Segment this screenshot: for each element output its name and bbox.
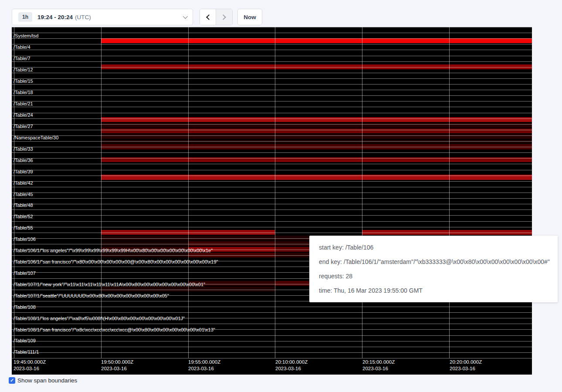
x-axis-date: 2023-03-16 <box>188 365 220 372</box>
key-visualizer-canvas[interactable]: /System/tsd/Table/4/Table/7/Table/12/Tab… <box>12 27 532 375</box>
span-boundary-line <box>12 193 532 193</box>
time-gridline <box>449 27 450 358</box>
checkmark-icon: ✓ <box>10 377 14 384</box>
span-boundary-line <box>12 130 532 130</box>
span-boundary-line <box>12 141 532 142</box>
span-boundary-line <box>12 33 532 33</box>
span-boundary-line <box>12 198 532 199</box>
x-axis-label: 19:55:00.000Z2023-03-16 <box>188 359 220 372</box>
span-boundary-line <box>12 61 532 62</box>
row-label: /Table/21 <box>14 101 33 106</box>
row-label: /System/tsd <box>14 34 38 38</box>
row-label: /NamespaceTable/30 <box>14 135 58 140</box>
x-axis-label: 19:45:00.000Z2023-03-16 <box>14 359 46 372</box>
span-boundary-line <box>12 215 532 216</box>
span-boundary-line <box>12 204 532 204</box>
tooltip-start-key: start key: /Table/106 <box>319 243 548 251</box>
span-boundary-line <box>12 84 532 84</box>
show-span-boundaries-label[interactable]: Show span boundaries <box>17 377 77 384</box>
time-gridline <box>188 27 189 358</box>
heat-band <box>101 38 532 43</box>
toolbar: 1h 19:24 - 20:24 (UTC) Now <box>0 0 562 27</box>
heat-band <box>101 140 532 144</box>
chevron-left-icon <box>206 14 212 20</box>
span-boundary-line <box>12 233 532 233</box>
x-axis-date: 2023-03-16 <box>450 365 482 372</box>
span-boundary-line <box>12 118 532 119</box>
span-boundary-line <box>12 358 532 358</box>
span-boundary-line <box>12 107 532 107</box>
hover-tooltip: start key: /Table/106 end key: /Table/10… <box>309 236 558 302</box>
row-label: /Table/24 <box>14 113 33 118</box>
x-axis-time: 20:15:00.000Z <box>362 359 395 365</box>
row-label: /Table/55 <box>14 226 33 230</box>
x-axis-label: 19:50:00.000Z2023-03-16 <box>101 359 133 372</box>
row-label: /Table/107/1/"new york"/"\x11\x11\x11\x1… <box>14 282 205 287</box>
tooltip-end-key: end key: /Table/106/1/"amsterdam"/"\xb33… <box>319 258 548 266</box>
row-label: /Table/42 <box>14 181 33 186</box>
span-boundary-line <box>12 307 532 307</box>
span-boundary-line <box>12 181 532 182</box>
time-nav-group <box>200 9 233 25</box>
span-boundary-line <box>12 347 532 347</box>
span-boundary-line <box>12 335 532 336</box>
x-axis-date: 2023-03-16 <box>14 365 46 372</box>
span-boundary-line <box>12 44 532 44</box>
time-range-selector[interactable]: 1h 19:24 - 20:24 (UTC) <box>12 9 193 25</box>
span-boundary-line <box>12 113 532 113</box>
heat-band <box>101 134 532 139</box>
x-axis-date: 2023-03-16 <box>362 365 395 372</box>
span-boundary-line <box>12 90 532 90</box>
x-axis-time: 19:55:00.000Z <box>188 359 220 365</box>
row-label: /Table/107 <box>14 271 36 276</box>
span-boundary-line <box>12 152 532 153</box>
x-axis-time: 20:20:00.000Z <box>450 359 482 365</box>
previous-interval-button[interactable] <box>200 9 216 25</box>
row-label: /Table/108 <box>14 305 36 310</box>
x-axis-label: 20:20:00.000Z2023-03-16 <box>450 359 482 372</box>
time-range-text: 19:24 - 20:24 <box>37 14 73 20</box>
time-gridline <box>101 27 102 358</box>
time-gridline <box>275 27 275 358</box>
next-interval-button[interactable] <box>216 9 232 25</box>
span-boundary-line <box>12 101 532 101</box>
span-boundary-line <box>12 312 532 313</box>
span-boundary-line <box>12 187 532 187</box>
span-boundary-line <box>12 135 532 136</box>
span-boundary-line <box>12 210 532 210</box>
row-label: /Table/45 <box>14 192 33 197</box>
span-boundary-line <box>12 341 532 341</box>
chevron-down-icon <box>183 14 188 19</box>
span-boundary-line <box>12 27 532 27</box>
span-boundary-line <box>12 221 532 222</box>
span-boundary-line <box>12 324 532 324</box>
x-axis-date: 2023-03-16 <box>275 365 308 372</box>
footer: ✓ Show span boundaries <box>9 377 77 384</box>
show-span-boundaries-checkbox[interactable]: ✓ <box>9 377 15 384</box>
row-label: /Table/52 <box>14 214 33 219</box>
timezone-text: (UTC) <box>75 14 91 20</box>
row-label: /Table/108/1/"san francisco"/"\x8c\xcc\x… <box>14 328 215 332</box>
row-label: /Table/33 <box>14 147 33 152</box>
x-axis-label: 20:15:00.000Z2023-03-16 <box>362 359 395 372</box>
now-button[interactable]: Now <box>237 9 262 25</box>
span-boundary-line <box>12 50 532 50</box>
span-boundary-line <box>12 38 532 39</box>
span-boundary-line <box>12 124 532 125</box>
chevron-right-icon <box>220 14 226 20</box>
row-label: /Table/109 <box>14 338 36 343</box>
heat-band <box>275 281 309 286</box>
span-boundary-line <box>12 147 532 147</box>
span-boundary-line <box>12 170 532 170</box>
heat-band <box>101 123 532 128</box>
row-label: /Table/106/1/"san francisco"/"\x80\x00\x… <box>14 260 218 264</box>
row-label: /Table/106/1/"los angeles"/"\x99\x99\x99… <box>14 248 213 253</box>
row-label: /Table/27 <box>14 124 33 129</box>
x-axis-label: 20:10:00.000Z2023-03-16 <box>275 359 308 372</box>
row-label: /Table/48 <box>14 203 33 208</box>
span-boundary-line <box>12 95 532 96</box>
span-boundary-line <box>12 56 532 56</box>
span-boundary-line <box>12 176 532 176</box>
duration-badge: 1h <box>18 12 32 22</box>
time-gridline <box>362 27 362 358</box>
